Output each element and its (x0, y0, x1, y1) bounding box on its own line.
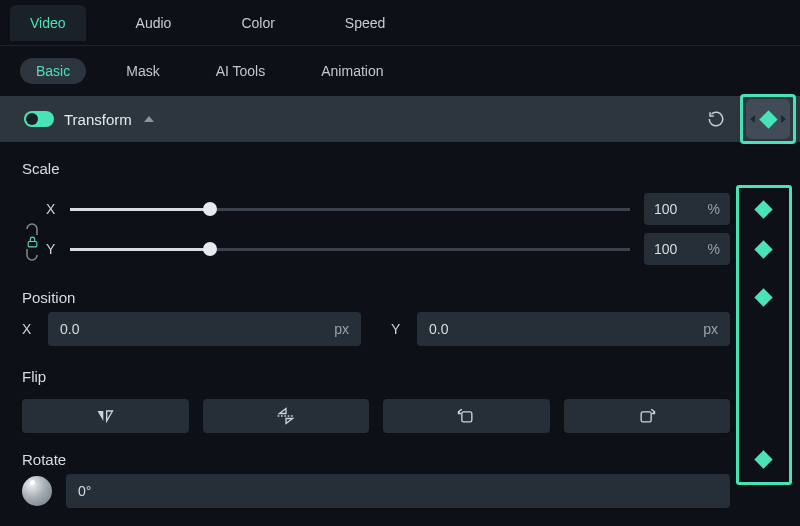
rotate-ccw-icon (456, 406, 476, 426)
scale-y-keyframe-button[interactable] (748, 243, 778, 256)
subtab-mask[interactable]: Mask (110, 58, 175, 84)
scale-y-value[interactable]: 100% (644, 233, 730, 265)
rotate-label: Rotate (22, 451, 730, 468)
tab-speed[interactable]: Speed (325, 5, 405, 41)
flip-vertical-button[interactable] (203, 399, 370, 433)
keyframe-diamond-icon (759, 110, 777, 128)
rotate-cw-icon (637, 406, 657, 426)
link-bottom-arc-icon (25, 249, 39, 261)
keyframe-diamond-icon (754, 240, 772, 258)
link-top-arc-icon (25, 223, 39, 235)
position-x-label: X (22, 321, 36, 337)
rotate-cw-button[interactable] (564, 399, 731, 433)
position-keyframe-button[interactable] (748, 291, 778, 304)
position-x-input[interactable]: 0.0px (48, 312, 361, 346)
scale-x-value[interactable]: 100% (644, 193, 730, 225)
flip-label: Flip (22, 368, 778, 385)
scale-y-slider[interactable] (70, 248, 630, 251)
subtab-basic[interactable]: Basic (20, 58, 86, 84)
keyframe-diamond-icon (754, 200, 772, 218)
transform-toggle[interactable] (24, 111, 54, 127)
svg-rect-2 (462, 412, 472, 422)
transform-keyframe-button[interactable] (746, 99, 790, 139)
tab-audio[interactable]: Audio (116, 5, 192, 41)
main-tabs: Video Audio Color Speed (0, 0, 800, 46)
transform-header: Transform (0, 96, 800, 142)
prev-keyframe-icon (750, 115, 755, 123)
next-keyframe-icon (781, 115, 786, 123)
svg-rect-0 (28, 241, 37, 246)
rotate-keyframe-button[interactable] (748, 453, 778, 466)
scale-x-slider[interactable] (70, 208, 630, 211)
keyframe-diamond-icon (754, 450, 772, 468)
svg-rect-3 (641, 412, 651, 422)
scale-x-label: X (46, 201, 60, 217)
scale-label: Scale (22, 160, 778, 177)
transform-title: Transform (64, 111, 132, 128)
flip-horizontal-button[interactable] (22, 399, 189, 433)
rotate-dial[interactable] (22, 476, 52, 506)
flip-horizontal-icon (95, 407, 115, 425)
rotate-input[interactable]: 0° (66, 474, 730, 508)
reset-button[interactable] (701, 104, 731, 134)
tab-video[interactable]: Video (10, 5, 86, 41)
flip-vertical-icon (276, 406, 296, 426)
lock-icon (26, 235, 39, 249)
scale-x-keyframe-button[interactable] (748, 203, 778, 216)
scale-y-label: Y (46, 241, 60, 257)
subtab-animation[interactable]: Animation (305, 58, 399, 84)
subtab-ai-tools[interactable]: AI Tools (200, 58, 282, 84)
collapse-icon[interactable] (144, 116, 154, 122)
rotate-ccw-button[interactable] (383, 399, 550, 433)
position-y-label: Y (391, 321, 405, 337)
reset-icon (707, 110, 725, 128)
position-y-input[interactable]: 0.0px (417, 312, 730, 346)
sub-tabs: Basic Mask AI Tools Animation (0, 46, 800, 96)
keyframe-diamond-icon (754, 288, 772, 306)
scale-lock-button[interactable] (25, 223, 39, 261)
position-label: Position (22, 289, 730, 306)
tab-color[interactable]: Color (221, 5, 294, 41)
